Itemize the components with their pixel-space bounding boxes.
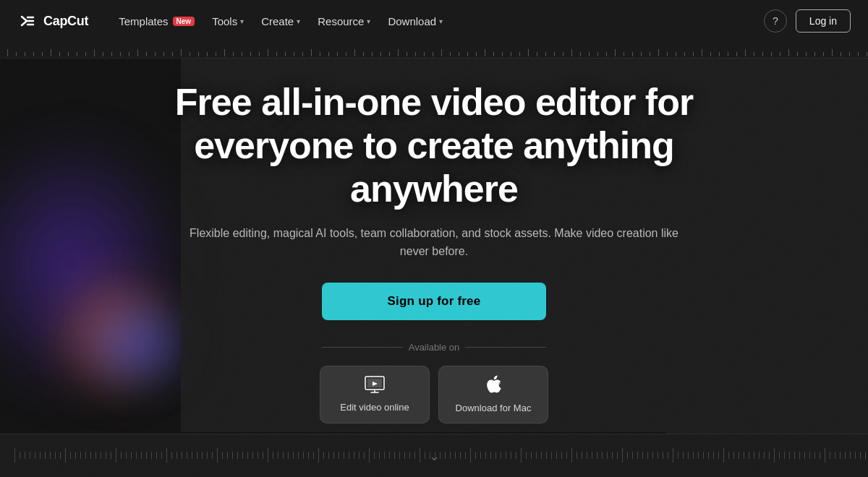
brand-name: CapCut [43, 14, 88, 29]
ruler-tick [693, 52, 694, 56]
ruler-tick [832, 49, 833, 56]
ruler-tick [415, 52, 416, 56]
nav-item-tools[interactable]: Tools ▾ [205, 11, 251, 32]
ruler-tick [207, 52, 208, 56]
ruler-tick [571, 49, 572, 56]
ruler-tick [615, 49, 616, 56]
ruler-tick [667, 52, 668, 56]
ruler-tick [762, 52, 763, 56]
ruler-tick [398, 49, 399, 56]
ruler-tick [120, 52, 121, 56]
ruler-tick [137, 49, 138, 56]
logo[interactable]: CapCut [17, 11, 88, 31]
ruler-tick [190, 52, 190, 56]
ruler-tick [441, 49, 442, 56]
ruler-tick [250, 52, 251, 56]
ruler-tick [163, 52, 164, 56]
ruler-tick [285, 52, 286, 56]
ruler-tick [424, 52, 425, 56]
ruler-tick [320, 52, 320, 56]
hero-section: // Generate ruler ticks inline document.… [0, 0, 868, 477]
ruler-tick [363, 52, 364, 56]
ruler-tick [172, 52, 173, 56]
ruler-tick [111, 52, 112, 56]
ruler-tick [198, 52, 199, 56]
hero-subtitle: Flexible editing, magical AI tools, team… [188, 224, 680, 261]
ruler-tick [380, 52, 381, 56]
nav-item-templates[interactable]: Templates New [111, 11, 202, 32]
ruler-tick [589, 52, 590, 56]
nav-item-create[interactable]: Create ▾ [254, 11, 307, 32]
ruler-tick [459, 52, 459, 56]
ruler-tick [328, 52, 329, 56]
ruler-tick [276, 52, 277, 56]
navbar-left: CapCut Templates New Tools ▾ Create ▾ Re… [17, 11, 450, 32]
navbar: CapCut Templates New Tools ▾ Create ▾ Re… [0, 0, 868, 42]
ruler-tick [650, 52, 650, 56]
ruler-tick [511, 52, 511, 56]
nav-item-download[interactable]: Download ▾ [380, 11, 450, 32]
nav-items: Templates New Tools ▾ Create ▾ Resource … [111, 11, 450, 32]
ruler-tick [337, 52, 338, 56]
resource-label: Resource [318, 15, 364, 27]
ruler-tick [233, 52, 234, 56]
ruler-tick [181, 49, 182, 56]
ruler-tick [554, 52, 555, 56]
ruler-tick [658, 49, 659, 56]
ruler-tick [146, 52, 147, 56]
ruler-tick [823, 52, 824, 56]
ruler-tick [485, 49, 485, 56]
edit-online-button[interactable]: Edit video online [320, 366, 430, 424]
ruler-tick [736, 52, 737, 56]
ruler-tick [519, 52, 520, 56]
ruler-tick [42, 52, 43, 56]
ruler-line-2 [0, 434, 868, 434]
ruler-tick [771, 52, 772, 56]
ruler-tick [624, 52, 624, 56]
ruler-tick [780, 52, 780, 56]
new-badge: New [173, 17, 195, 26]
help-button[interactable]: ? [764, 9, 787, 33]
platform-buttons: Edit video online Download for Mac [320, 366, 548, 424]
ruler-tick [155, 52, 156, 56]
hero-title: Free all-in-one video editor for everyon… [123, 81, 745, 210]
ruler-tick [641, 52, 642, 56]
signup-button[interactable]: Sign up for free [322, 283, 546, 320]
download-label: Download [388, 15, 436, 27]
ruler-tick [268, 49, 268, 56]
scroll-indicator[interactable]: ⌄ [429, 448, 440, 464]
ruler-tick [103, 52, 103, 56]
login-button[interactable]: Log in [796, 9, 851, 33]
nav-item-resource[interactable]: Resource ▾ [310, 11, 378, 32]
download-mac-button[interactable]: Download for Mac [438, 366, 548, 424]
ruler-tick [224, 49, 225, 56]
ruler-tick [94, 49, 95, 56]
ruler-tick [389, 52, 390, 56]
ruler-tick [745, 49, 746, 56]
create-label: Create [261, 15, 294, 27]
ruler-tick [259, 52, 260, 56]
ruler-tick [493, 52, 494, 56]
ruler-tick [580, 52, 581, 56]
ruler-tick [302, 52, 303, 56]
edit-online-label: Edit video online [340, 402, 409, 413]
ruler-tick [85, 52, 86, 56]
ruler-tick [676, 52, 676, 56]
ruler-tick [346, 52, 346, 56]
ruler-tick [632, 52, 633, 56]
ruler-tick [51, 49, 51, 56]
ruler-tick [858, 52, 859, 56]
available-on-label: Available on [322, 342, 546, 353]
ruler-tick [806, 52, 807, 56]
ruler-tick [597, 52, 598, 56]
ruler-tick [476, 52, 477, 56]
ruler-tick [606, 52, 607, 56]
ruler-tick [563, 52, 563, 56]
ruler-tick [354, 49, 355, 56]
tools-chevron-icon: ▾ [240, 17, 244, 25]
ruler-tick [311, 49, 312, 56]
templates-label: Templates [119, 15, 168, 27]
ruler-tick [407, 52, 407, 56]
hero-content: Free all-in-one video editor for everyon… [109, 81, 760, 424]
navbar-right: ? Log in [764, 9, 851, 33]
